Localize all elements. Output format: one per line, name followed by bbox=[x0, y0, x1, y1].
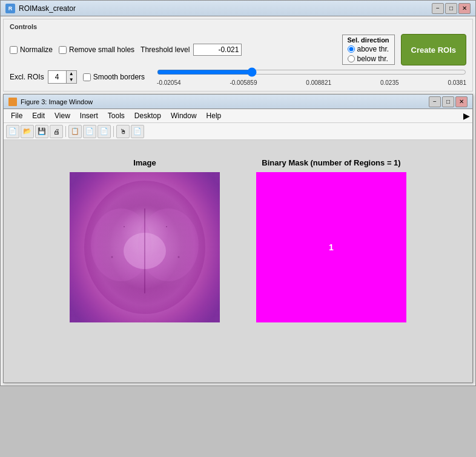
menu-help[interactable]: Help bbox=[202, 110, 226, 121]
below-thr-radio[interactable] bbox=[348, 55, 355, 62]
right-image-title: Binary Mask (number of Regions = 1) bbox=[262, 158, 400, 167]
main-window: R ROIMask_creator − □ ✕ Controls Normali… bbox=[0, 0, 476, 386]
toolbar: 📄 📂 💾 🖨 📋 📄 📄 🖱 📄 bbox=[4, 123, 472, 140]
menu-arrow[interactable]: ▶ bbox=[463, 111, 470, 121]
sel-direction-title: Sel. direction bbox=[348, 36, 389, 44]
svg-point-7 bbox=[111, 256, 113, 258]
app-title: ROIMask_creator bbox=[19, 4, 76, 13]
toolbar-new[interactable]: 📄 bbox=[6, 125, 19, 138]
menu-bar: File Edit View Insert Tools Desktop Wind… bbox=[4, 109, 472, 123]
threshold-input[interactable] bbox=[193, 44, 242, 56]
toolbar-open[interactable]: 📂 bbox=[21, 125, 34, 138]
slider-track bbox=[157, 68, 466, 78]
remove-small-holes-group: Remove small holes bbox=[59, 45, 134, 54]
slider-tick2: 0.008821 bbox=[306, 79, 331, 86]
sel-direction-radios: above thr. below thr. bbox=[348, 45, 389, 63]
smooth-borders-checkbox[interactable] bbox=[83, 73, 91, 81]
spinner-up[interactable]: ▲ bbox=[67, 71, 76, 77]
above-thr-item: above thr. bbox=[348, 45, 389, 53]
figure-maximize-button[interactable]: □ bbox=[442, 96, 454, 107]
toolbar-print[interactable]: 🖨 bbox=[50, 125, 63, 138]
menu-file[interactable]: File bbox=[6, 110, 27, 121]
menu-desktop[interactable]: Desktop bbox=[130, 110, 166, 121]
app-icon: R bbox=[5, 4, 15, 13]
figure-window: Figure 3: Image Window − □ ✕ File Edit V… bbox=[3, 94, 473, 383]
below-thr-item: below thr. bbox=[348, 55, 389, 63]
slider-section: -0.02054 -0.005859 0.008821 0.0235 0.038… bbox=[157, 68, 466, 86]
slider-labels: -0.02054 -0.005859 0.008821 0.0235 0.038… bbox=[157, 79, 466, 86]
slider-max: 0.0381 bbox=[448, 79, 466, 86]
menu-insert[interactable]: Insert bbox=[75, 110, 103, 121]
menu-edit[interactable]: Edit bbox=[27, 110, 50, 121]
remove-small-holes-label: Remove small holes bbox=[69, 45, 134, 54]
svg-point-6 bbox=[166, 226, 167, 227]
threshold-label: Threshold level bbox=[140, 45, 190, 54]
title-controls: − □ ✕ bbox=[432, 3, 471, 14]
brain-svg bbox=[70, 172, 220, 322]
controls-row-2: Excl. ROIs ▲ ▼ Smooth borders bbox=[10, 68, 466, 86]
spinner-arrows: ▲ ▼ bbox=[67, 71, 76, 83]
menu-view[interactable]: View bbox=[50, 110, 75, 121]
threshold-slider[interactable] bbox=[157, 68, 466, 76]
toolbar-view2[interactable]: 📄 bbox=[98, 125, 111, 138]
below-thr-label: below thr. bbox=[357, 55, 388, 63]
figure-close-button[interactable]: ✕ bbox=[455, 96, 468, 107]
spinner-down[interactable]: ▼ bbox=[67, 77, 76, 83]
remove-small-holes-checkbox[interactable] bbox=[59, 46, 67, 54]
mask-image: 1 bbox=[256, 172, 406, 322]
normalize-group: Normalize bbox=[10, 45, 53, 54]
main-title-bar: R ROIMask_creator − □ ✕ bbox=[1, 1, 475, 16]
smooth-borders-group: Smooth borders bbox=[83, 73, 145, 81]
toolbar-copy[interactable]: 📋 bbox=[68, 125, 82, 138]
left-image-title: Image bbox=[133, 158, 156, 167]
maximize-button[interactable]: □ bbox=[445, 3, 457, 14]
right-image-panel: Binary Mask (number of Regions = 1) 1 bbox=[256, 158, 406, 322]
above-thr-radio[interactable] bbox=[348, 45, 355, 53]
figure-minimize-button[interactable]: − bbox=[429, 96, 441, 107]
toolbar-save[interactable]: 💾 bbox=[35, 125, 48, 138]
brain-image bbox=[70, 172, 220, 322]
slider-tick3: 0.0235 bbox=[380, 79, 399, 86]
svg-point-5 bbox=[124, 226, 125, 227]
figure-title-left: Figure 3: Image Window bbox=[8, 98, 93, 106]
close-button[interactable]: ✕ bbox=[458, 3, 471, 14]
image-area: Image bbox=[4, 140, 472, 382]
toolbar-select[interactable]: 🖱 bbox=[116, 125, 130, 138]
sel-direction-box: Sel. direction above thr. below thr. bbox=[342, 35, 395, 65]
threshold-section: Threshold level bbox=[140, 44, 337, 56]
controls-section-label: Controls bbox=[10, 23, 466, 30]
controls-panel: Controls Normalize Remove small holes Th… bbox=[3, 19, 473, 92]
create-rois-button[interactable]: Create ROIs bbox=[401, 34, 466, 65]
smooth-borders-label: Smooth borders bbox=[93, 73, 145, 81]
figure-icon bbox=[8, 98, 17, 106]
slider-tick1: -0.005859 bbox=[230, 79, 257, 86]
svg-point-8 bbox=[178, 256, 180, 258]
toolbar-view1[interactable]: 📄 bbox=[83, 125, 96, 138]
excl-section: Excl. ROIs ▲ ▼ bbox=[10, 70, 77, 84]
above-thr-label: above thr. bbox=[357, 45, 389, 53]
title-bar-left: R ROIMask_creator bbox=[5, 4, 76, 13]
menu-tools[interactable]: Tools bbox=[103, 110, 130, 121]
excl-rois-spinner: ▲ ▼ bbox=[48, 70, 77, 84]
menu-window[interactable]: Window bbox=[166, 110, 202, 121]
mask-number: 1 bbox=[329, 242, 334, 252]
figure-title-bar: Figure 3: Image Window − □ ✕ bbox=[4, 95, 472, 109]
toolbar-view3[interactable]: 📄 bbox=[131, 125, 144, 138]
excl-rois-label: Excl. ROIs bbox=[10, 73, 44, 81]
toolbar-sep2 bbox=[113, 126, 114, 137]
figure-title-controls: − □ ✕ bbox=[429, 96, 468, 107]
normalize-checkbox[interactable] bbox=[10, 46, 18, 54]
toolbar-sep1 bbox=[65, 126, 66, 137]
left-image-panel: Image bbox=[70, 158, 220, 322]
controls-row-1: Normalize Remove small holes Threshold l… bbox=[10, 34, 466, 65]
slider-min: -0.02054 bbox=[157, 79, 180, 86]
minimize-button[interactable]: − bbox=[432, 3, 444, 14]
normalize-label: Normalize bbox=[20, 45, 53, 54]
excl-rois-input[interactable] bbox=[48, 71, 67, 83]
figure-title: Figure 3: Image Window bbox=[21, 98, 93, 105]
